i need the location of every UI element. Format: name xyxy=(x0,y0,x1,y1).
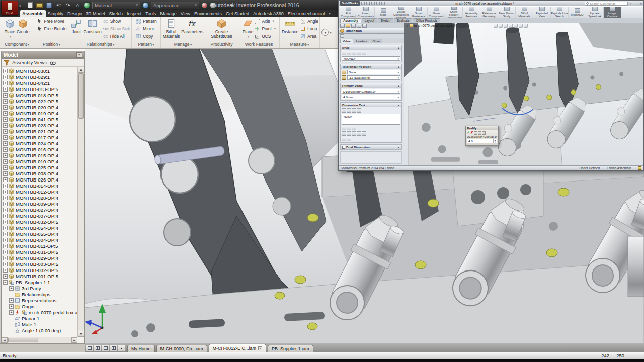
tree-item-3rd-party[interactable]: 3rd Party xyxy=(3,285,77,291)
sw-flyout-tree-item[interactable]: ▶ m-ch-0070 pedal box asse... xyxy=(407,24,455,27)
style-add-icon[interactable] xyxy=(347,51,351,55)
expand-icon[interactable] xyxy=(3,81,8,85)
doc-tab-mch0000[interactable]: M-CH-0000, Ch...iam xyxy=(156,345,207,352)
modify-spin-settings-icon[interactable] xyxy=(482,131,486,135)
expand-icon[interactable] xyxy=(3,147,8,152)
style-load-icon[interactable] xyxy=(362,51,366,55)
expand-icon[interactable] xyxy=(3,238,8,242)
free-move-button[interactable]: Free Move xyxy=(37,18,67,25)
tree-item[interactable]: MONTUB-011-OP:5 xyxy=(3,243,77,249)
area-button[interactable]: Area xyxy=(300,33,318,40)
primary-value-field[interactable]: 4.8mm xyxy=(342,95,400,99)
group-label-measure[interactable]: Measure xyxy=(280,41,319,48)
tree-item[interactable]: MONTUB-001-OP:5 xyxy=(3,273,77,279)
hide-show-items-icon[interactable] xyxy=(524,24,528,28)
ucs-button[interactable]: UCS xyxy=(254,33,276,40)
tree-item[interactable]: MONTUB-054-OP:4 xyxy=(3,225,77,231)
expand-icon[interactable] xyxy=(9,298,14,303)
sw-maximize-icon[interactable]: ▢ xyxy=(636,2,639,5)
tree-item[interactable]: MONTUB-022-OP:5 xyxy=(3,98,77,104)
tree-item[interactable]: MONTUB-024-OP:4 xyxy=(3,140,77,146)
tree-item-mate[interactable]: Mate:1 xyxy=(3,321,77,327)
constrain-button[interactable]: Constrain xyxy=(83,18,102,41)
ribbon-tab[interactable]: Electromechanical xyxy=(286,10,327,17)
joint-button[interactable]: Joint xyxy=(70,18,82,41)
show-button[interactable]: Show xyxy=(103,18,130,25)
tree-item-planar[interactable]: Planar:1 xyxy=(3,315,77,321)
tree-item[interactable]: MONTUB-055-OP:4 xyxy=(3,231,77,237)
display-style-icon[interactable] xyxy=(519,24,523,28)
modify-undo-icon[interactable] xyxy=(478,131,481,135)
group-label-position[interactable]: Position xyxy=(34,41,69,48)
tree-item[interactable]: MONTUB-012-OP:4 xyxy=(3,189,77,195)
sw-command-button[interactable]: Image Capture xyxy=(604,7,621,18)
ribbon-tab[interactable]: Inspect xyxy=(125,10,143,17)
expand-icon[interactable] xyxy=(3,87,8,92)
inventor-logo[interactable]: PRO xyxy=(1,1,18,16)
sw-command-button[interactable]: Mate xyxy=(375,7,392,18)
sw-command-button[interactable]: Explode Line Sketch xyxy=(551,7,569,18)
scroll-up-arrow[interactable]: ▲ xyxy=(78,67,84,73)
sw-command-button[interactable]: Smart Fasteners xyxy=(410,7,428,18)
tree-item-supplier[interactable]: PB_Supplier 1:1 xyxy=(3,279,77,285)
zoom-area-icon[interactable] xyxy=(499,24,503,28)
sw-close-icon[interactable]: × xyxy=(640,2,642,5)
open-icon[interactable] xyxy=(36,2,43,9)
tree-item-origin[interactable]: Origin xyxy=(3,303,77,309)
expand-icon[interactable] xyxy=(3,129,8,134)
sw-help-icon[interactable]: ? xyxy=(629,2,631,5)
sw-new-icon[interactable] xyxy=(361,2,365,5)
modify-value-input[interactable]: 4.8 ▲▼ xyxy=(467,139,497,143)
point-button[interactable]: Point xyxy=(254,25,276,32)
modify-ok-icon[interactable] xyxy=(467,131,470,135)
ribbon-tab[interactable]: Assemble xyxy=(20,10,46,17)
group-label-component[interactable]: Component xyxy=(0,41,34,48)
tab-overflow-arrow[interactable]: ▾ xyxy=(329,12,331,16)
tree-item[interactable]: MONTUB-008-OP:4 xyxy=(3,170,77,176)
sw-open-icon[interactable] xyxy=(366,2,370,5)
arrange-icon[interactable] xyxy=(110,345,117,351)
tree-vertical-scrollbar[interactable]: ▲ ▼ xyxy=(77,67,84,337)
pm-group-dimtext-header[interactable]: Dimension Text▲ xyxy=(341,103,401,107)
copy-button[interactable]: Copy xyxy=(135,33,156,40)
ribbon-tab[interactable]: Environments xyxy=(192,10,224,17)
tree-item[interactable]: MONTUB-003-OP:5 xyxy=(3,261,77,267)
plane-button[interactable]: Plane xyxy=(242,18,254,41)
dual-dimension-checkbox[interactable] xyxy=(342,146,345,149)
zoom-fit-icon[interactable] xyxy=(494,24,498,28)
style-save-icon[interactable] xyxy=(357,51,361,55)
expand-icon[interactable] xyxy=(3,75,8,79)
scroll-right-arrow[interactable]: ► xyxy=(71,337,77,343)
sw-tab[interactable]: Sketch xyxy=(378,18,393,23)
ribbon-tab[interactable]: Tools xyxy=(143,10,158,17)
logo-dropdown-arrow[interactable]: ▾ xyxy=(19,4,21,8)
ribbon-collapse-button[interactable]: ▼▾ xyxy=(320,17,333,48)
expand-icon[interactable] xyxy=(9,304,14,309)
material-sphere-icon[interactable] xyxy=(142,2,149,9)
place-button[interactable]: Place xyxy=(4,18,16,41)
tolerance-type-combo[interactable]: None xyxy=(347,70,400,74)
expand-icon[interactable] xyxy=(3,226,8,230)
expand-icon[interactable] xyxy=(3,196,8,200)
group-label-pattern[interactable]: Pattern xyxy=(132,41,160,48)
tile-horizontal-icon[interactable] xyxy=(94,345,101,351)
modify-dialog-title[interactable]: Modify xyxy=(466,126,498,130)
tree-item[interactable]: MONTUB-042:1 xyxy=(3,80,77,86)
sw-save-icon[interactable] xyxy=(371,2,375,5)
create-button[interactable]: Create xyxy=(16,18,30,41)
symbol-more-icon[interactable] xyxy=(362,131,366,136)
tree-item[interactable]: MONTUB-020-OP:4 xyxy=(3,104,77,110)
sw-command-button[interactable]: Bill of Materials xyxy=(516,7,533,18)
tree-item[interactable]: MONTUB-032-OP:5 xyxy=(3,219,77,225)
group-label-relationships[interactable]: Relationships xyxy=(69,41,131,48)
expand-icon[interactable] xyxy=(3,135,8,140)
expand-icon[interactable] xyxy=(3,177,8,182)
tree-item-representations[interactable]: Representations xyxy=(3,297,77,303)
pm-pin-icon[interactable] xyxy=(340,34,344,38)
symbol-degree-icon[interactable] xyxy=(347,126,351,130)
expand-icon[interactable] xyxy=(3,250,8,254)
expand-icon[interactable] xyxy=(3,262,8,266)
pattern-button[interactable]: Pattern xyxy=(135,18,156,25)
search-binoculars-icon[interactable] xyxy=(50,60,56,66)
tree-item[interactable]: MONTUB-021-OP:4 xyxy=(3,128,77,134)
